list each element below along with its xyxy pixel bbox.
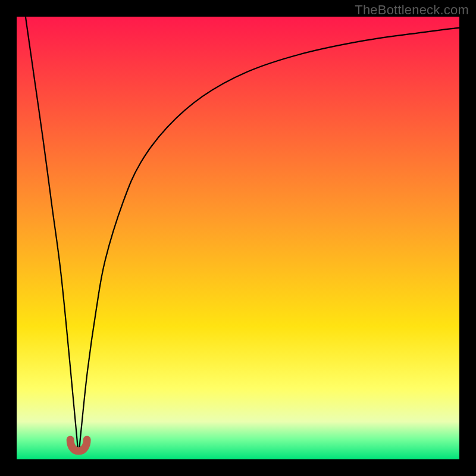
- attribution-text: TheBottleneck.com: [355, 2, 469, 18]
- bottleneck-chart: [0, 0, 476, 476]
- chart-frame: TheBottleneck.com: [0, 0, 476, 476]
- plot-background: [17, 17, 459, 459]
